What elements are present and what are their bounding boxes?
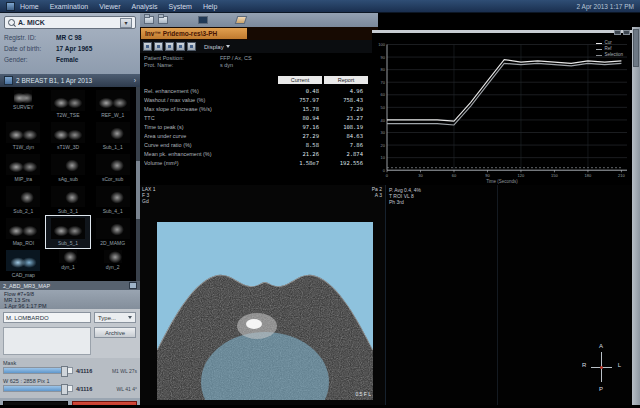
column-report[interactable]: Report [324, 76, 368, 84]
thumbnail[interactable]: 2D_MAMG [90, 216, 135, 248]
svg-text:30: 30 [381, 130, 386, 135]
thumbnail-image [96, 154, 130, 175]
thumbnail-caption: CAD_map [12, 272, 35, 278]
display-dropdown[interactable]: Display [204, 44, 230, 50]
thumbnail-image [51, 90, 85, 111]
series-info-icon [129, 282, 137, 289]
mri-image[interactable] [157, 222, 373, 400]
menu-item[interactable]: Examination [50, 0, 89, 13]
open-folder-icon[interactable] [158, 16, 168, 24]
comment-input[interactable] [3, 312, 91, 323]
svg-text:90: 90 [381, 55, 386, 60]
thumbnail-image [51, 154, 85, 175]
thumbnail-image [6, 218, 40, 239]
column-current[interactable]: Current [278, 76, 322, 84]
thumbnail[interactable]: Sub_3_1 [46, 184, 91, 216]
reference-viewport[interactable]: P. Avg 0.4, 4% T ROI VL 8 Ph 3rd A P R L [385, 185, 632, 405]
new-folder-icon[interactable] [144, 16, 154, 24]
patient-name: A. MICK [18, 19, 45, 26]
archive-button[interactable]: Archive [94, 327, 136, 338]
thumbnail[interactable]: Sub_2_1 [1, 184, 46, 216]
menu-item[interactable]: Home [20, 0, 39, 13]
orientation-posterior: P [599, 386, 603, 392]
svg-text:120: 120 [518, 173, 525, 178]
svg-text:180: 180 [585, 173, 592, 178]
app-window: HomeExaminationViewerAnalysisSystemHelp … [0, 0, 640, 408]
svg-text:40: 40 [381, 117, 386, 122]
kinetics-info: Patient Position: FFP / Ax, CS Prot. Nam… [144, 55, 368, 69]
grid-view-icon[interactable] [154, 42, 163, 51]
slider-panel: Mask 4/1116 M1 WL 27s W 625 : 2858 Pix 1 [0, 358, 140, 398]
menu-item[interactable]: Viewer [99, 0, 120, 13]
thumbnail[interactable]: T1W_dyn [1, 120, 46, 152]
thumbnail[interactable]: SURVEY [1, 88, 46, 120]
roi-icon[interactable] [187, 42, 196, 51]
menubar: HomeExaminationViewerAnalysisSystemHelp … [0, 0, 640, 13]
patient-search-row[interactable]: A. MICK ▾ [4, 16, 136, 29]
svg-text:70: 70 [381, 80, 386, 85]
thumbnail[interactable]: CAD_map [1, 248, 46, 280]
measure-icon[interactable] [165, 42, 174, 51]
table-row: Rel. enhancement (%) 0.48 4.96 [144, 87, 368, 96]
menu-item[interactable]: Help [203, 0, 217, 13]
main-scrollbar[interactable] [632, 27, 640, 405]
chart-window: 0102030405060708090100030609012015018021… [372, 30, 632, 185]
thumbnail[interactable]: T2W_TSE [46, 88, 91, 120]
pencil-icon[interactable] [176, 42, 185, 51]
thumbnail[interactable]: sCor_sub [90, 152, 135, 184]
thumbnail[interactable]: MIP_tra [1, 152, 46, 184]
path-tab[interactable]: Inv™ Pr\demo-res\3-PH [141, 28, 247, 39]
eraser-icon[interactable] [235, 16, 248, 24]
slider-handle[interactable] [61, 366, 68, 377]
thumbnail[interactable]: sAg_sub [46, 152, 91, 184]
menu-item[interactable]: Analysis [132, 0, 158, 13]
chevron-right-icon[interactable]: › [134, 77, 136, 84]
thumbnail[interactable]: Sub_4_1 [90, 184, 135, 216]
annotation-panel: Type... Archive [0, 309, 140, 358]
mri-scale-annotation: 0.5 F L [355, 391, 371, 397]
layout-icon[interactable] [143, 42, 152, 51]
slider-row: Mask 4/1116 M1 WL 27s [3, 360, 137, 378]
patient-menu-button[interactable]: ▾ [120, 18, 132, 28]
kinetic-chart-svg: 0102030405060708090100030609012015018021… [372, 35, 632, 185]
thumbnail[interactable]: Sub_1_1 [90, 120, 135, 152]
thumbnail[interactable]: dyn_1 [46, 248, 91, 280]
patient-info: Registr. ID: MR C 98 Date of birth: 17 A… [4, 32, 136, 65]
app-logo-icon [6, 2, 15, 11]
analysis-toolbar: Display [140, 40, 378, 53]
table-row: Washout / max value (%) 757.97 758.43 [144, 96, 368, 105]
mri-viewport[interactable]: LAX 1 F 3 Gd Pa 2 A 3 [140, 185, 385, 405]
type-dropdown[interactable]: Type... [94, 312, 136, 323]
series-selector[interactable]: 2 BREAST B1, 1 Apr 2013 › [0, 74, 140, 87]
patient-card: A. MICK ▾ Registr. ID: MR C 98 Date of b… [0, 13, 140, 74]
slider[interactable] [3, 385, 73, 392]
thumbnail-image [96, 122, 130, 143]
kinetics-rows: Rel. enhancement (%) 0.48 4.96 Washout /… [144, 87, 368, 168]
orientation-right: R [582, 362, 586, 368]
patient-info-row: Date of birth: 17 Apr 1965 [4, 43, 136, 54]
slider[interactable] [3, 367, 73, 374]
slider-handle[interactable] [61, 384, 68, 395]
thumbnail-caption: T1W_dyn [13, 144, 34, 150]
thumbnail-image [51, 122, 85, 143]
thumbnail[interactable]: dyn_2 [90, 248, 135, 280]
thumbnail[interactable]: REF_W_1 [90, 88, 135, 120]
kinetic-chart: 0102030405060708090100030609012015018021… [372, 35, 632, 185]
series-grid-icon [4, 76, 13, 85]
svg-text:80: 80 [381, 67, 386, 72]
thumbnail-caption: sAg_sub [58, 176, 77, 182]
thumbnail[interactable]: Map_ROI [1, 216, 46, 248]
thumbnail-caption: REF_W_1 [101, 112, 124, 118]
thumbnail-caption: dyn_1 [61, 264, 75, 270]
thumbnail[interactable]: Sub_5_1 [46, 216, 91, 248]
main-scrollbar-thumb[interactable] [633, 29, 639, 67]
thumbnail-image [6, 186, 40, 207]
monitor-icon[interactable] [198, 16, 208, 24]
thumbnail-image [6, 250, 40, 271]
thumbnail-image [96, 218, 130, 239]
comment-textarea[interactable] [3, 327, 91, 355]
thumbnail-caption: SURVEY [13, 104, 33, 110]
orientation-anterior: A [599, 343, 603, 349]
thumbnail[interactable]: sT1W_3D [46, 120, 91, 152]
menu-item[interactable]: System [169, 0, 192, 13]
